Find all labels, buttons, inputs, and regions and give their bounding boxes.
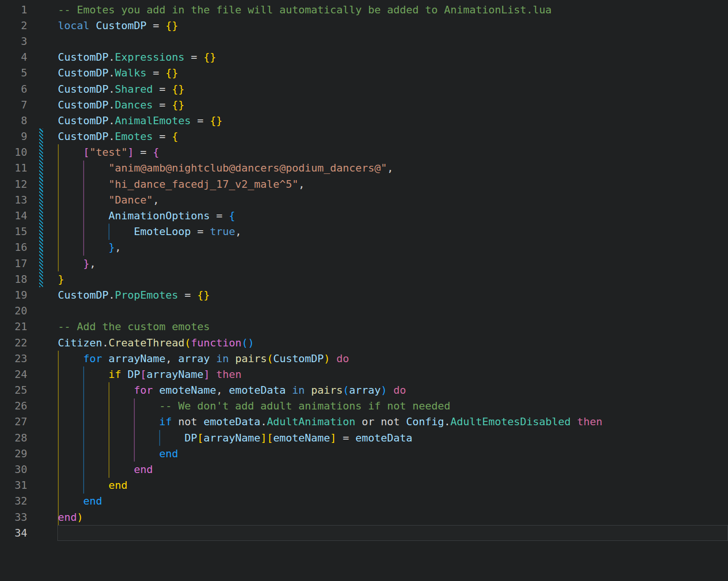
line-number[interactable]: 20 [0,303,27,319]
line-number[interactable]: 12 [0,176,27,192]
line-number[interactable]: 18 [0,271,27,287]
code-line[interactable]: 27 if not emoteData.AdultAnimation or no… [0,414,728,430]
line-number[interactable]: 34 [0,525,27,541]
code-text[interactable]: CustomDP.PropEmotes = {} [58,287,210,303]
line-number[interactable]: 2 [0,18,27,33]
code-text[interactable]: EmoteLoop = true, [58,224,241,239]
line-number[interactable]: 10 [0,144,27,160]
line-number[interactable]: 14 [0,208,27,224]
code-line[interactable]: 16 }, [0,239,728,255]
code-text[interactable]: end) [58,509,83,525]
code-line[interactable]: 17 }, [0,256,728,271]
code-line[interactable]: 21-- Add the custom emotes [0,319,728,334]
code-text[interactable]: local CustomDP = {} [58,18,178,33]
code-text[interactable]: if not emoteData.AdultAnimation or not C… [58,414,602,430]
code-line[interactable]: 10 ["test"] = { [0,144,728,160]
code-line[interactable]: 5CustomDP.Walks = {} [0,65,728,81]
code-line[interactable]: 26 -- We don't add adult animations if n… [0,398,728,414]
line-number[interactable]: 4 [0,49,27,65]
line-number[interactable]: 9 [0,129,27,144]
line-number[interactable]: 5 [0,65,27,81]
code-text[interactable]: CustomDP.Dances = {} [58,97,185,113]
code-text[interactable]: -- We don't add adult animations if not … [58,398,450,414]
code-line[interactable]: 18} [0,271,728,287]
code-text[interactable]: end [58,477,128,493]
line-number[interactable]: 19 [0,287,27,303]
code-line[interactable]: 30 end [0,462,728,477]
line-number[interactable]: 30 [0,462,27,477]
code-text[interactable]: CustomDP.Expressions = {} [58,49,216,65]
code-line[interactable]: 9CustomDP.Emotes = { [0,129,728,144]
code-line[interactable]: 14 AnimationOptions = { [0,208,728,224]
line-number[interactable]: 23 [0,351,27,366]
line-number[interactable]: 15 [0,224,27,239]
code-text[interactable]: ["test"] = { [58,144,159,160]
line-number[interactable]: 25 [0,382,27,398]
code-line[interactable]: 33end) [0,509,728,525]
code-text[interactable]: if DP[arrayName] then [58,366,241,382]
line-number[interactable]: 21 [0,319,27,334]
line-number[interactable]: 28 [0,430,27,446]
line-number[interactable]: 22 [0,335,27,351]
line-number[interactable]: 29 [0,446,27,462]
code-text[interactable]: Citizen.CreateThread(function() [58,335,254,351]
line-number[interactable]: 11 [0,160,27,176]
code-line[interactable]: 34 [0,525,728,541]
code-text[interactable]: CustomDP.AnimalEmotes = {} [58,113,222,129]
code-line[interactable]: 11 "anim@amb@nightclub@dancers@podium_da… [0,160,728,176]
code-text[interactable]: CustomDP.Walks = {} [58,65,178,81]
code-line[interactable]: 12 "hi_dance_facedj_17_v2_male^5", [0,176,728,192]
code-text[interactable]: "hi_dance_facedj_17_v2_male^5", [58,176,305,192]
line-number[interactable]: 6 [0,81,27,97]
code-text[interactable]: end [58,446,178,462]
line-number[interactable]: 26 [0,398,27,414]
line-number[interactable]: 24 [0,366,27,382]
code-line[interactable]: 24 if DP[arrayName] then [0,366,728,382]
code-line[interactable]: 32 end [0,493,728,509]
code-text[interactable]: AnimationOptions = { [58,208,235,224]
code-text[interactable]: end [58,462,153,477]
line-number[interactable]: 33 [0,509,27,525]
code-line[interactable]: 31 end [0,477,728,493]
code-text[interactable]: for emoteName, emoteData in pairs(array)… [58,382,406,398]
code-text[interactable]: CustomDP.Emotes = { [58,129,178,144]
code-line[interactable]: 4CustomDP.Expressions = {} [0,49,728,65]
code-line[interactable]: 29 end [0,446,728,462]
line-number[interactable]: 13 [0,192,27,208]
code-line[interactable]: 8CustomDP.AnimalEmotes = {} [0,113,728,129]
code-text[interactable]: for arrayName, array in pairs(CustomDP) … [58,351,349,366]
line-number[interactable]: 16 [0,239,27,255]
editor-viewport[interactable]: 1-- Emotes you add in the file will auto… [0,0,728,541]
code-line[interactable]: 23 for arrayName, array in pairs(CustomD… [0,351,728,366]
code-line[interactable]: 2local CustomDP = {} [0,18,728,33]
code-text[interactable]: "Dance", [58,192,159,208]
code-line[interactable]: 28 DP[arrayName][emoteName] = emoteData [0,430,728,446]
code-text[interactable]: -- Emotes you add in the file will autom… [58,2,552,18]
code-text[interactable]: -- Add the custom emotes [58,319,210,334]
code-text[interactable]: } [58,271,64,287]
code-line[interactable]: 1-- Emotes you add in the file will auto… [0,2,728,18]
line-number[interactable]: 32 [0,493,27,509]
line-number[interactable]: 31 [0,477,27,493]
code-line[interactable]: 13 "Dance", [0,192,728,208]
code-line[interactable]: 15 EmoteLoop = true, [0,224,728,239]
code-line[interactable]: 25 for emoteName, emoteData in pairs(arr… [0,382,728,398]
line-number[interactable]: 1 [0,2,27,18]
line-number[interactable]: 27 [0,414,27,430]
code-text[interactable]: "anim@amb@nightclub@dancers@podium_dance… [58,160,393,176]
line-number[interactable]: 8 [0,113,27,129]
code-text[interactable]: }, [58,239,121,255]
code-text[interactable]: DP[arrayName][emoteName] = emoteData [58,430,413,446]
code-line[interactable]: 20 [0,303,728,319]
line-number[interactable]: 3 [0,33,27,49]
code-text[interactable]: end [58,493,102,509]
code-line[interactable]: 22Citizen.CreateThread(function() [0,335,728,351]
code-line[interactable]: 19CustomDP.PropEmotes = {} [0,287,728,303]
code-text[interactable]: }, [58,256,96,271]
line-number[interactable]: 7 [0,97,27,113]
code-text[interactable]: CustomDP.Shared = {} [58,81,185,97]
line-number[interactable]: 17 [0,256,27,271]
code-line[interactable]: 6CustomDP.Shared = {} [0,81,728,97]
code-line[interactable]: 3 [0,33,728,49]
code-line[interactable]: 7CustomDP.Dances = {} [0,97,728,113]
